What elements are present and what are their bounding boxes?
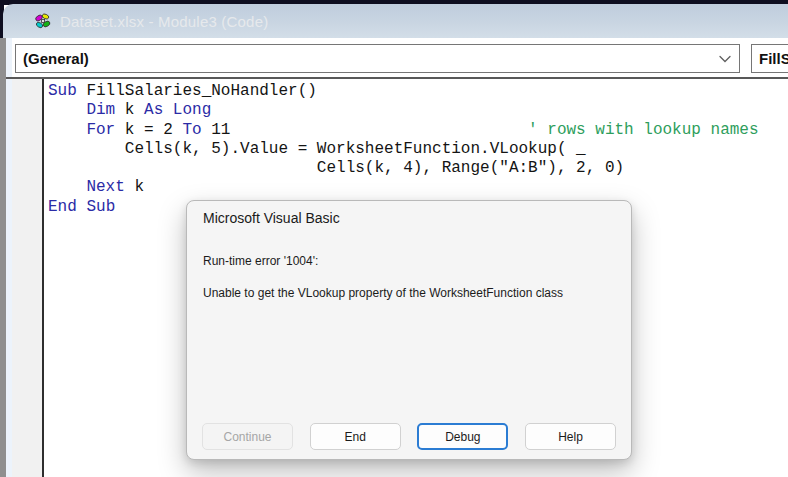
- dialog-title: Microsoft Visual Basic: [203, 210, 340, 226]
- end-button[interactable]: End: [310, 423, 401, 450]
- breakpoint-margin[interactable]: [12, 79, 44, 477]
- code-line: For k = 2 To 11 ' rows with lookup names: [48, 121, 788, 140]
- procedure-dropdown-value: FillS: [759, 50, 788, 67]
- code-line: Cells(k, 5).Value = WorksheetFunction.VL…: [48, 140, 788, 159]
- object-dropdown-value: (General): [23, 50, 89, 67]
- error-code-text: Run-time error '1004':: [203, 254, 318, 268]
- combo-row: (General) FillS: [12, 38, 788, 77]
- runtime-error-dialog: Microsoft Visual Basic Run-time error '1…: [186, 200, 632, 460]
- code-line: Dim k As Long: [48, 101, 788, 120]
- chevron-down-icon[interactable]: [718, 53, 732, 65]
- procedure-dropdown[interactable]: FillS: [751, 44, 788, 73]
- code-line: Next k: [48, 178, 788, 197]
- help-button[interactable]: Help: [525, 423, 616, 450]
- debug-button[interactable]: Debug: [417, 423, 508, 450]
- continue-button: Continue: [202, 423, 293, 450]
- window-title: Dataset.xlsx - Module3 (Code): [60, 13, 268, 30]
- vba-module-icon: [33, 11, 53, 31]
- error-description-text: Unable to get the VLookup property of th…: [203, 286, 563, 300]
- vbe-code-window: Dataset.xlsx - Module3 (Code) (General) …: [0, 0, 788, 477]
- code-line: Cells(k, 4), Range("A:B"), 2, 0): [48, 159, 788, 178]
- code-line: Sub FillSalaries_NoHandler(): [48, 82, 788, 101]
- object-dropdown[interactable]: (General): [15, 44, 740, 73]
- dialog-button-row: Continue End Debug Help: [202, 423, 616, 450]
- code-window-titlebar[interactable]: Dataset.xlsx - Module3 (Code): [3, 4, 788, 38]
